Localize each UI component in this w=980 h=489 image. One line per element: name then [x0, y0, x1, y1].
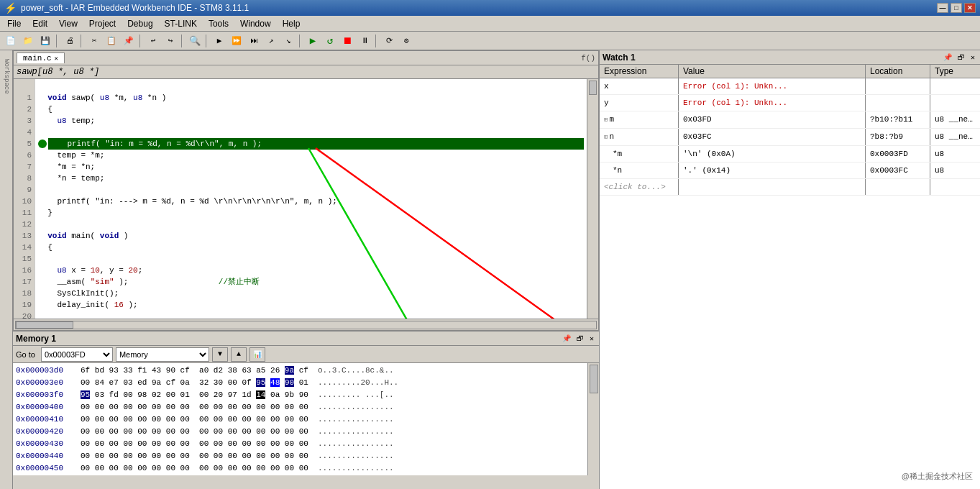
editor-area: main.c ✕ f() sawp[u8 *, u8 *] 1 2 3 4 5 … — [13, 50, 599, 489]
tb-find[interactable]: 🔍 — [187, 34, 203, 48]
code-line-9: } — [38, 207, 584, 219]
watch-type-n: u8 __near * — [930, 129, 980, 145]
memory-pin-icon[interactable]: 📌 — [560, 334, 573, 344]
vscroll-thumb[interactable] — [589, 81, 597, 95]
memory-row-3: 0x00000400 00 00 00 00 00 00 00 00 00 00… — [16, 401, 585, 413]
watch-expr-x: x — [600, 78, 679, 94]
goto-input[interactable]: 0x00003FD — [41, 347, 113, 362]
tb-copy[interactable]: 📋 — [104, 34, 119, 48]
memory-type-select[interactable]: Memory — [116, 347, 209, 362]
watch-loc-deref-n: 0x0003FC — [866, 163, 930, 178]
memory-tab-left: Memory 1 — [16, 334, 56, 344]
code-line-7: *n = temp; — [38, 173, 584, 184]
watch-row-y: y Error (col 1): Unkn... — [600, 95, 980, 111]
menu-edit[interactable]: Edit — [27, 17, 53, 30]
menu-file[interactable]: File — [1, 17, 27, 30]
watch-clickto-val — [679, 179, 866, 195]
watch-pin-icon[interactable]: 📌 — [941, 52, 954, 63]
close-button[interactable]: ✕ — [964, 3, 976, 13]
memory-body: 0x000003d0 6f bd 93 33 f1 43 90 cf a0 d2… — [13, 363, 587, 475]
tb-sep4 — [181, 35, 184, 47]
tb-sep5 — [206, 35, 209, 47]
watch-expr-n: ⊞n — [600, 129, 679, 145]
watch-row-clickto[interactable]: <click to...> — [600, 179, 980, 196]
tb-cut[interactable]: ✂ — [86, 34, 102, 48]
tb-debug2[interactable]: ⏩ — [229, 34, 244, 48]
code-line-1: void sawp( u8 *m, u8 *n ) — [38, 92, 584, 104]
tb-paste[interactable]: 📌 — [121, 34, 137, 48]
watch-clickto-loc — [866, 179, 930, 195]
breakpoint-icon — [38, 140, 47, 148]
left-sidebar: Workspace — [0, 50, 13, 489]
code-tab-bar: main.c ✕ f() — [14, 51, 598, 65]
watch-close-icon[interactable]: ✕ — [968, 52, 977, 63]
memory-tab-controls[interactable]: 📌 🗗 ✕ — [560, 334, 596, 344]
tb-restart[interactable]: ↺ — [322, 34, 338, 48]
watch-clickto[interactable]: <click to...> — [600, 179, 679, 195]
tab-close-icon[interactable]: ✕ — [55, 55, 58, 63]
tb-new[interactable]: 📄 — [3, 34, 19, 48]
code-hscrollbar[interactable] — [14, 319, 598, 330]
code-line-blank5 — [38, 253, 584, 265]
minimize-button[interactable]: — — [937, 3, 948, 13]
titlebar-left: ⚡ power_soft - IAR Embedded Workbench ID… — [4, 2, 249, 14]
code-line-4: printf( "in: m = %d, n = %d\r\n", m, n )… — [38, 138, 584, 150]
tb-print[interactable]: 🖨 — [62, 34, 78, 48]
code-tab-mainc[interactable]: main.c ✕ — [17, 52, 65, 63]
menu-help[interactable]: Help — [277, 17, 306, 30]
code-line-blank2 — [38, 127, 584, 138]
hscroll-track[interactable] — [15, 321, 597, 329]
mem-btn-down[interactable]: ▼ — [212, 347, 228, 362]
tb-undo[interactable]: ↩ — [145, 34, 161, 48]
memory-close-icon[interactable]: ✕ — [587, 334, 596, 344]
menu-tools[interactable]: Tools — [203, 17, 234, 30]
tb-redo[interactable]: ↪ — [162, 34, 178, 48]
watch-col-expr-header: Expression — [600, 65, 679, 78]
code-line-14: SysClkInit(); — [38, 288, 584, 299]
tb-debug1[interactable]: ▶ — [211, 34, 227, 48]
watch-controls[interactable]: 📌 🗗 ✕ — [941, 52, 977, 63]
memory-body-container: 0x000003d0 6f bd 93 33 f1 43 90 cf a0 d2… — [13, 363, 599, 475]
mem-btn-up[interactable]: ▲ — [231, 347, 247, 362]
tb-debug5[interactable]: ↘ — [280, 34, 296, 48]
tb-debug4[interactable]: ↗ — [263, 34, 279, 48]
code-content[interactable]: void sawp( u8 *m, u8 *n ) { u8 temp; pri… — [35, 79, 587, 319]
code-line-blank4 — [38, 219, 584, 230]
tb-pause[interactable]: ⏸ — [357, 34, 372, 48]
watch-expr-deref-n: *n — [600, 163, 679, 178]
code-line-13: __asm( "sim" ); //禁止中断 — [38, 276, 584, 288]
maximize-button[interactable]: □ — [951, 3, 962, 13]
titlebar-controls[interactable]: — □ ✕ — [937, 3, 976, 13]
tb-stop[interactable]: ⏹ — [339, 34, 355, 48]
code-vscrollbar[interactable] — [587, 79, 598, 319]
menu-view[interactable]: View — [53, 17, 83, 30]
tb-save[interactable]: 💾 — [37, 34, 53, 48]
tb-go[interactable]: ▶ — [305, 34, 321, 48]
tb-open[interactable]: 📁 — [20, 34, 36, 48]
watch-type-m: u8 __near * — [930, 111, 980, 128]
watch-row-n: ⊞n 0x03FC ?b8:?b9 u8 __near * — [600, 129, 980, 146]
memory-toolbar: Go to 0x00003FD Memory ▼ ▲ 📊 — [13, 346, 599, 363]
watch-float-icon[interactable]: 🗗 — [956, 52, 967, 63]
code-line-8: printf( "in: ---> m = %d, n = %d \r\n\r\… — [38, 196, 584, 207]
code-line-11: { — [38, 242, 584, 253]
menu-debug[interactable]: Debug — [122, 17, 158, 30]
tb-debug3[interactable]: ⏭ — [246, 34, 262, 48]
memory-vscrollbar[interactable] — [587, 363, 599, 475]
mem-btn-chart[interactable]: 📊 — [249, 347, 265, 362]
memory-content: 0x000003d0 6f bd 93 33 f1 43 90 cf a0 d2… — [13, 363, 587, 475]
watch-loc-x — [866, 78, 930, 94]
code-line-10: void main( void ) — [38, 230, 584, 242]
hscroll-thumb[interactable] — [16, 321, 73, 329]
menu-project[interactable]: Project — [83, 17, 122, 30]
code-line-blank3 — [38, 184, 584, 196]
memory-float-icon[interactable]: 🗗 — [574, 334, 586, 344]
menubar: File Edit View Project Debug ST-LINK Too… — [0, 16, 980, 32]
menu-window[interactable]: Window — [234, 17, 277, 30]
memory-row-1: 0x000003e0 00 84 e7 03 ed 9a cf 0a 32 30… — [16, 377, 585, 389]
tb-reset[interactable]: ⟳ — [381, 34, 397, 48]
memory-scroll-thumb[interactable] — [590, 365, 598, 393]
menu-stlink[interactable]: ST-LINK — [159, 17, 203, 30]
code-panel: main.c ✕ f() sawp[u8 *, u8 *] 1 2 3 4 5 … — [13, 50, 599, 331]
tb-settings[interactable]: ⚙ — [398, 34, 414, 48]
